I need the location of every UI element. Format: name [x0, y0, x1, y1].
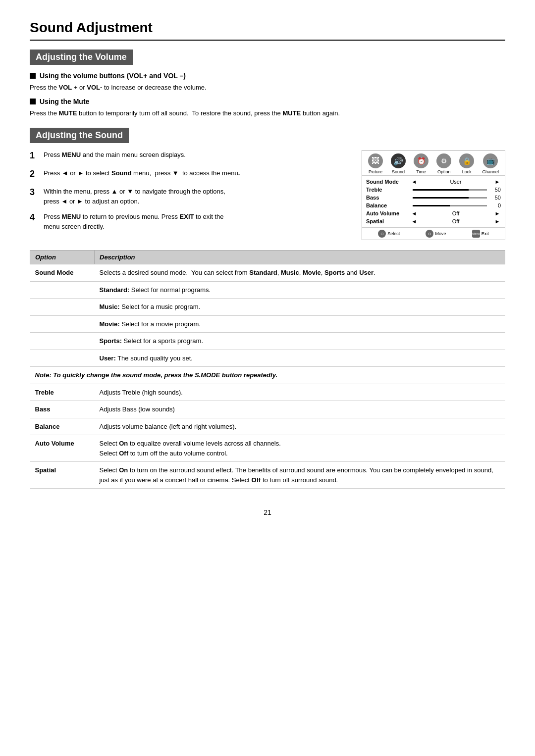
step-number-3: 3 [30, 186, 39, 206]
exit-btn-icon: Menu [472, 230, 480, 238]
channel-label: Channel [482, 169, 499, 174]
col-description-header: Description [95, 251, 505, 264]
option-treble: Treble [30, 384, 95, 401]
step-number-4: 4 [30, 211, 39, 231]
table-row-user: User: The sound quality you set. [30, 350, 505, 367]
desc-bass: Adjusts Bass (low sounds) [95, 401, 505, 418]
subsection1-text: Press the VOL + or VOL- to increase or d… [30, 83, 505, 93]
section1-heading: Adjusting the Volume [30, 50, 133, 65]
select-label: Select [387, 231, 400, 236]
menu-screenshot: 🖼 Picture 🔊 Sound ⏰ Time ⚙ Option 🔒 [362, 150, 505, 240]
menu-rows: Sound Mode ◄ User ► Treble 50 Bass [362, 176, 505, 227]
lock-icon: 🔒 [459, 153, 474, 168]
desc-spatial: Select On to turn on the surround sound … [95, 462, 505, 489]
menu-footer: ⊙ Select ⊙ Move Menu Exit [362, 227, 505, 240]
desc-standard: Standard: Select for normal programs. [95, 281, 505, 299]
step-number-1: 1 [30, 149, 39, 162]
desc-user: User: The sound quality you set. [95, 350, 505, 367]
step-4: 4 Press MENU to return to previous menu.… [30, 212, 352, 231]
option-bass: Bass [30, 401, 95, 418]
desc-sports: Sports: Select for a sports program. [95, 333, 505, 350]
menu-row-balance: Balance 0 [366, 202, 501, 209]
menu-icon-sound: 🔊 Sound [391, 153, 406, 174]
step-number-2: 2 [30, 167, 39, 181]
table-row-autovolume: Auto Volume Select On to equalize overal… [30, 435, 505, 462]
table-row-bass: Bass Adjusts Bass (low sounds) [30, 401, 505, 418]
subsection1-heading: Using the volume buttons (VOL+ and VOL –… [30, 72, 505, 80]
options-table: Option Description Sound Mode Selects a … [30, 250, 505, 489]
menu-icon-lock: 🔒 Lock [459, 153, 474, 174]
sound-icon: 🔊 [391, 153, 406, 168]
menu-row-spatial: Spatial ◄ Off ► [366, 217, 501, 225]
desc-autovolume: Select On to equalize overall volume lev… [95, 435, 505, 462]
steps-area: 1 Press MENU and the main menu screen di… [30, 150, 505, 240]
subsection2-heading: Using the Mute [30, 98, 505, 105]
picture-label: Picture [369, 169, 382, 174]
option-spatial: Spatial [30, 462, 95, 489]
bullet-icon2 [30, 99, 36, 104]
channel-icon: 📺 [483, 153, 498, 168]
move-label: Move [435, 231, 446, 236]
move-btn-icon: ⊙ [426, 230, 433, 238]
desc-treble: Adjusts Treble (high sounds). [95, 384, 505, 401]
step-1: 1 Press MENU and the main menu screen di… [30, 150, 352, 162]
table-row-sports: Sports: Select for a sports program. [30, 333, 505, 350]
step-text-4: Press MENU to return to previous menu. P… [44, 212, 352, 231]
select-btn-icon: ⊙ [378, 230, 386, 238]
menu-row-bass: Bass 50 [366, 194, 501, 202]
option-autovolume: Auto Volume [30, 435, 95, 462]
desc-balance: Adjusts volume balance (left and right v… [95, 418, 505, 435]
page-title: Sound Adjustment [30, 20, 505, 41]
bullet-icon [30, 73, 36, 79]
menu-row-autovolume: Auto Volume ◄ Off ► [366, 209, 501, 217]
table-row-music: Music: Select for a music program. [30, 299, 505, 316]
menu-row-treble: Treble 50 [366, 186, 501, 194]
step-2: 2 Press ◄ or ► to select Sound menu, pre… [30, 168, 352, 181]
table-row-standard: Standard: Select for normal programs. [30, 281, 505, 299]
table-row-spatial: Spatial Select On to turn on the surroun… [30, 462, 505, 489]
time-label: Time [416, 169, 426, 174]
menu-icon-option: ⚙ Option [436, 153, 451, 174]
lock-label: Lock [462, 169, 472, 174]
steps-list: 1 Press MENU and the main menu screen di… [30, 150, 352, 240]
section-adjusting-volume: Adjusting the Volume Using the volume bu… [30, 50, 505, 118]
menu-icons-row: 🖼 Picture 🔊 Sound ⏰ Time ⚙ Option 🔒 [362, 151, 505, 176]
option-label: Option [437, 169, 451, 174]
menu-icon-time: ⏰ Time [414, 153, 428, 174]
desc-soundmode: Selects a desired sound mode. You can se… [95, 264, 505, 282]
desc-movie: Movie: Select for a movie program. [95, 315, 505, 333]
option-icon: ⚙ [436, 153, 451, 168]
note-text: Note: To quickly change the sound mode, … [30, 367, 505, 384]
section2-heading: Adjusting the Sound [30, 128, 129, 143]
table-row-movie: Movie: Select for a movie program. [30, 315, 505, 333]
option-soundmode: Sound Mode [30, 264, 95, 282]
col-option-header: Option [30, 251, 95, 264]
table-row-note: Note: To quickly change the sound mode, … [30, 367, 505, 384]
step-text-3: Within the menu, press ▲ or ▼ to navigat… [44, 187, 352, 206]
table-row-treble: Treble Adjusts Treble (high sounds). [30, 384, 505, 401]
picture-icon: 🖼 [368, 153, 383, 168]
table-row-balance: Balance Adjusts volume balance (left and… [30, 418, 505, 435]
desc-music: Music: Select for a music program. [95, 299, 505, 316]
sound-label: Sound [392, 169, 405, 174]
time-icon: ⏰ [414, 153, 428, 168]
step-text-2: Press ◄ or ► to select Sound menu, press… [44, 168, 352, 181]
table-row-soundmode: Sound Mode Selects a desired sound mode.… [30, 264, 505, 282]
section-adjusting-sound: Adjusting the Sound 1 Press MENU and the… [30, 128, 505, 240]
subsection2-text: Press the MUTE button to temporarily tur… [30, 108, 505, 118]
menu-row-soundmode: Sound Mode ◄ User ► [366, 178, 501, 186]
option-balance: Balance [30, 418, 95, 435]
exit-label: Exit [482, 231, 489, 236]
page-number: 21 [30, 508, 505, 516]
menu-icon-picture: 🖼 Picture [368, 153, 383, 174]
step-3: 3 Within the menu, press ▲ or ▼ to navig… [30, 187, 352, 206]
step-text-1: Press MENU and the main menu screen disp… [44, 150, 352, 162]
menu-icon-channel: 📺 Channel [482, 153, 499, 174]
